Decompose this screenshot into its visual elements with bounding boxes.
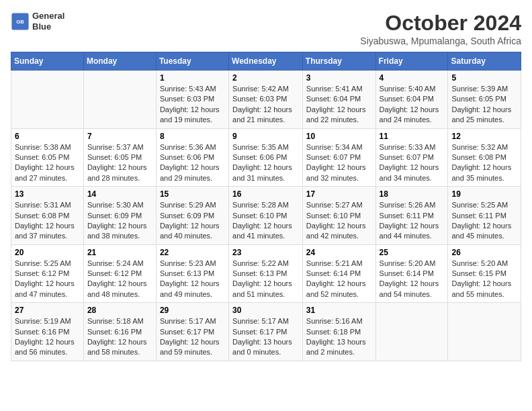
day-number: 8 <box>160 132 225 141</box>
day-number: 9 <box>232 132 299 141</box>
day-number: 21 <box>87 248 152 257</box>
day-number: 1 <box>160 73 225 83</box>
day-info: Sunrise: 5:19 AMSunset: 6:16 PMDaylight:… <box>15 316 80 358</box>
day-info-line: Sunrise: 5:17 AM <box>160 317 216 325</box>
day-info: Sunrise: 5:28 AMSunset: 6:10 PMDaylight:… <box>232 200 299 242</box>
logo-icon: GB <box>11 12 30 31</box>
day-info-line: Daylight: 12 hours <box>232 105 292 113</box>
day-info-line: Daylight: 12 hours <box>87 222 147 230</box>
day-number: 13 <box>15 189 80 199</box>
day-info-line: Daylight: 13 hours <box>306 338 366 346</box>
day-info-line: and 25 minutes. <box>451 116 504 124</box>
calendar-day-cell: 12Sunrise: 5:32 AMSunset: 6:08 PMDayligh… <box>448 128 521 187</box>
day-info-line: Sunset: 6:05 PM <box>87 153 142 161</box>
day-info-line: and 24 minutes. <box>380 116 432 124</box>
day-info-line: and 37 minutes. <box>15 232 67 240</box>
day-info: Sunrise: 5:35 AMSunset: 6:06 PMDaylight:… <box>232 142 299 184</box>
day-number: 4 <box>380 73 445 83</box>
calendar-day-cell: 17Sunrise: 5:27 AMSunset: 6:10 PMDayligh… <box>302 187 375 245</box>
day-info-line: and 54 minutes. <box>380 290 432 298</box>
day-info-line: Daylight: 12 hours <box>160 105 220 113</box>
day-info-line: Sunrise: 5:39 AM <box>451 85 508 93</box>
day-info-line: Sunrise: 5:26 AM <box>380 201 436 209</box>
day-info-line: Sunrise: 5:40 AM <box>380 85 436 93</box>
day-info: Sunrise: 5:17 AMSunset: 6:17 PMDaylight:… <box>160 316 225 358</box>
day-info-line: and 32 minutes. <box>306 174 359 182</box>
day-info-line: and 40 minutes. <box>160 232 212 240</box>
day-number: 20 <box>15 248 80 257</box>
day-info-line: Daylight: 12 hours <box>451 163 511 171</box>
day-info-line: and 22 minutes. <box>306 116 359 124</box>
day-info-line: and 28 minutes. <box>87 174 140 182</box>
day-info-line: Sunset: 6:16 PM <box>15 328 69 336</box>
day-number: 27 <box>15 306 80 315</box>
calendar-day-cell: 29Sunrise: 5:17 AMSunset: 6:17 PMDayligh… <box>156 303 228 361</box>
day-number: 19 <box>451 189 517 199</box>
day-info-line: Daylight: 12 hours <box>87 279 147 287</box>
page-header: GB General Blue October 2024 Siyabuswa, … <box>11 11 521 46</box>
day-info-line: Sunrise: 5:31 AM <box>15 201 71 209</box>
day-number: 29 <box>160 306 225 315</box>
day-info-line: Daylight: 12 hours <box>306 222 366 230</box>
day-info-line: Sunrise: 5:23 AM <box>160 259 216 267</box>
day-info: Sunrise: 5:17 AMSunset: 6:17 PMDaylight:… <box>232 316 299 358</box>
calendar-week-row: 6Sunrise: 5:38 AMSunset: 6:05 PMDaylight… <box>11 128 521 187</box>
day-info: Sunrise: 5:36 AMSunset: 6:06 PMDaylight:… <box>160 142 225 184</box>
day-info-line: Sunrise: 5:25 AM <box>15 259 71 267</box>
day-info: Sunrise: 5:30 AMSunset: 6:09 PMDaylight:… <box>87 200 152 242</box>
day-info-line: Sunrise: 5:34 AM <box>306 143 363 151</box>
day-number: 23 <box>232 248 299 257</box>
calendar-day-cell: 15Sunrise: 5:29 AMSunset: 6:09 PMDayligh… <box>156 187 228 245</box>
calendar-day-cell: 8Sunrise: 5:36 AMSunset: 6:06 PMDaylight… <box>156 128 228 187</box>
day-info: Sunrise: 5:26 AMSunset: 6:11 PMDaylight:… <box>380 200 445 242</box>
day-info-line: Daylight: 12 hours <box>232 163 292 171</box>
day-info-line: Sunset: 6:15 PM <box>451 269 506 277</box>
day-number: 30 <box>232 306 299 315</box>
day-info-line: Daylight: 12 hours <box>380 279 439 287</box>
calendar-day-cell: 5Sunrise: 5:39 AMSunset: 6:05 PMDaylight… <box>448 71 521 129</box>
day-info: Sunrise: 5:16 AMSunset: 6:18 PMDaylight:… <box>306 316 372 358</box>
day-info-line: and 38 minutes. <box>87 232 140 240</box>
day-info-line: and 31 minutes. <box>232 174 285 182</box>
day-info: Sunrise: 5:20 AMSunset: 6:14 PMDaylight:… <box>380 259 445 300</box>
weekday-header: Monday <box>83 52 156 71</box>
calendar-day-cell: 14Sunrise: 5:30 AMSunset: 6:09 PMDayligh… <box>83 187 156 245</box>
day-info-line: Sunset: 6:09 PM <box>160 212 214 220</box>
calendar-day-cell: 21Sunrise: 5:24 AMSunset: 6:12 PMDayligh… <box>83 244 156 303</box>
day-number: 17 <box>306 189 372 199</box>
day-info-line: and 49 minutes. <box>160 290 212 298</box>
day-info-line: Sunset: 6:10 PM <box>306 212 361 220</box>
logo-line2: Blue <box>32 21 64 32</box>
day-info-line: Sunrise: 5:25 AM <box>451 201 508 209</box>
day-number: 28 <box>87 306 152 315</box>
day-info-line: Sunset: 6:17 PM <box>160 328 214 336</box>
day-info-line: Daylight: 12 hours <box>15 338 75 346</box>
calendar-week-row: 1Sunrise: 5:43 AMSunset: 6:03 PMDaylight… <box>11 71 521 129</box>
day-info-line: Sunrise: 5:33 AM <box>380 143 436 151</box>
day-info: Sunrise: 5:20 AMSunset: 6:15 PMDaylight:… <box>451 259 517 300</box>
day-number: 26 <box>451 248 517 257</box>
day-info-line: and 52 minutes. <box>306 290 359 298</box>
calendar-day-cell: 1Sunrise: 5:43 AMSunset: 6:03 PMDaylight… <box>156 71 228 129</box>
day-info-line: Sunrise: 5:30 AM <box>87 201 144 209</box>
weekday-header: Sunday <box>11 52 84 71</box>
day-number: 12 <box>451 132 517 141</box>
day-info: Sunrise: 5:33 AMSunset: 6:07 PMDaylight:… <box>380 142 445 184</box>
day-info-line: Daylight: 12 hours <box>451 105 511 113</box>
day-number: 2 <box>232 73 299 83</box>
day-info-line: Sunrise: 5:37 AM <box>87 143 144 151</box>
day-info: Sunrise: 5:37 AMSunset: 6:05 PMDaylight:… <box>87 142 152 184</box>
day-info: Sunrise: 5:25 AMSunset: 6:11 PMDaylight:… <box>451 200 517 242</box>
weekday-header: Friday <box>375 52 448 71</box>
day-info: Sunrise: 5:43 AMSunset: 6:03 PMDaylight:… <box>160 84 225 126</box>
day-info-line: Sunrise: 5:16 AM <box>306 317 363 325</box>
day-number: 11 <box>380 132 445 141</box>
day-info-line: Sunrise: 5:20 AM <box>451 259 508 267</box>
day-info-line: and 27 minutes. <box>15 174 67 182</box>
day-info-line: Sunset: 6:08 PM <box>451 153 506 161</box>
day-number: 3 <box>306 73 372 83</box>
day-info: Sunrise: 5:38 AMSunset: 6:05 PMDaylight:… <box>15 142 80 184</box>
calendar-day-cell: 3Sunrise: 5:41 AMSunset: 6:04 PMDaylight… <box>302 71 375 129</box>
day-info-line: Daylight: 12 hours <box>87 338 147 346</box>
day-info-line: Sunrise: 5:41 AM <box>306 85 363 93</box>
